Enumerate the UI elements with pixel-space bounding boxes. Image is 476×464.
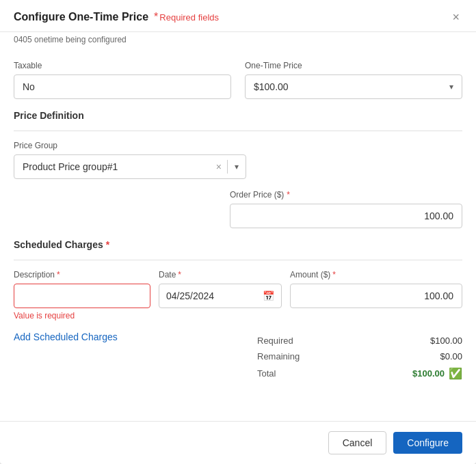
description-error: Value is required [14, 311, 150, 320]
date-label: Date * [159, 270, 282, 279]
check-circle-icon: ✅ [449, 367, 462, 380]
clear-icon[interactable]: × [211, 161, 227, 172]
section-divider-2 [14, 260, 462, 260]
description-label: Description * [14, 270, 150, 279]
price-definition-header: Price Definition [14, 110, 462, 121]
top-fields-row: Taxable No One-Time Price $100.00 ▾ [14, 61, 462, 99]
bottom-area: Add Scheduled Charges Required $100.00 R… [14, 326, 462, 384]
one-time-price-value: $100.00 [246, 81, 441, 92]
price-group-field: Price Group Product Price group#1 × ▾ [14, 141, 462, 179]
summary-remaining-label: Remaining [257, 351, 300, 361]
configure-button[interactable]: Configure [393, 432, 462, 454]
charges-row: Description * Value is required Date * 0… [14, 270, 462, 320]
scheduled-charges-title: Scheduled Charges [14, 239, 103, 250]
close-button[interactable]: × [449, 10, 462, 25]
description-required: * [57, 270, 60, 279]
summary-total-label: Total [257, 368, 276, 379]
description-input[interactable] [14, 284, 150, 308]
chevron-down-icon: ▾ [441, 82, 462, 92]
price-group-select[interactable]: Product Price group#1 × ▾ [14, 154, 246, 179]
date-col: Date * 04/25/2024 📅 [159, 270, 282, 320]
amount-label: Amount ($) * [290, 270, 462, 279]
add-scheduled-charges-link[interactable]: Add Scheduled Charges [14, 331, 118, 342]
description-col: Description * Value is required [14, 270, 150, 320]
price-group-value: Product Price group#1 [14, 161, 211, 172]
date-input-wrapper[interactable]: 04/25/2024 📅 [159, 284, 282, 308]
date-value: 04/25/2024 [159, 290, 256, 301]
required-fields-label: Required fields [159, 12, 219, 23]
modal-subtitle: 0405 onetime being configured [0, 32, 476, 50]
amount-col: Amount ($) * [290, 270, 462, 320]
order-price-input[interactable] [230, 204, 462, 228]
scheduled-charges-required: * [106, 239, 109, 250]
price-definition-section: Price Definition Price Group Product Pri… [14, 110, 462, 228]
summary-remaining-value: $0.00 [440, 351, 462, 361]
order-price-label: Order Price ($) * [230, 190, 462, 200]
taxable-value: No [14, 81, 230, 92]
one-time-price-label: One-Time Price [245, 61, 462, 70]
order-price-required: * [287, 190, 290, 200]
order-price-group: Order Price ($) * [230, 190, 462, 228]
summary-required-row: Required $100.00 [257, 334, 462, 347]
scheduled-charges-section: Scheduled Charges * Description * Value … [14, 239, 462, 384]
taxable-select[interactable]: No [14, 74, 231, 99]
cancel-button[interactable]: Cancel [328, 431, 387, 454]
chevron-down-icon[interactable]: ▾ [228, 162, 246, 172]
taxable-label: Taxable [14, 61, 231, 70]
summary-section: Required $100.00 Remaining $0.00 Total $… [257, 334, 462, 384]
modal: Configure One-Time Price * Required fiel… [0, 0, 476, 464]
price-group-label: Price Group [14, 141, 462, 150]
summary-total-value: $100.00 [412, 368, 445, 379]
amount-input[interactable] [290, 284, 462, 308]
summary-required-label: Required [257, 336, 293, 346]
one-time-price-group: One-Time Price $100.00 ▾ [245, 61, 462, 99]
price-definition-title: Price Definition [14, 110, 84, 121]
required-asterisk: * [154, 11, 158, 23]
taxable-group: Taxable No [14, 61, 231, 99]
order-price-row: Order Price ($) * [14, 190, 462, 228]
date-required: * [178, 270, 181, 279]
modal-header: Configure One-Time Price * Required fiel… [0, 0, 476, 32]
summary-total-value-group: $100.00 ✅ [412, 367, 462, 380]
calendar-icon: 📅 [256, 290, 281, 301]
scheduled-charges-header: Scheduled Charges * [14, 239, 462, 250]
amount-required: * [332, 270, 336, 279]
summary-total-row: Total $100.00 ✅ [257, 366, 462, 381]
modal-body: Taxable No One-Time Price $100.00 ▾ Pric… [0, 50, 476, 421]
summary-required-value: $100.00 [430, 336, 462, 346]
modal-title: Configure One-Time Price [14, 11, 148, 23]
section-divider-1 [14, 131, 462, 131]
summary-remaining-row: Remaining $0.00 [257, 350, 462, 363]
one-time-price-select[interactable]: $100.00 ▾ [245, 74, 462, 99]
modal-footer: Cancel Configure [0, 421, 476, 464]
